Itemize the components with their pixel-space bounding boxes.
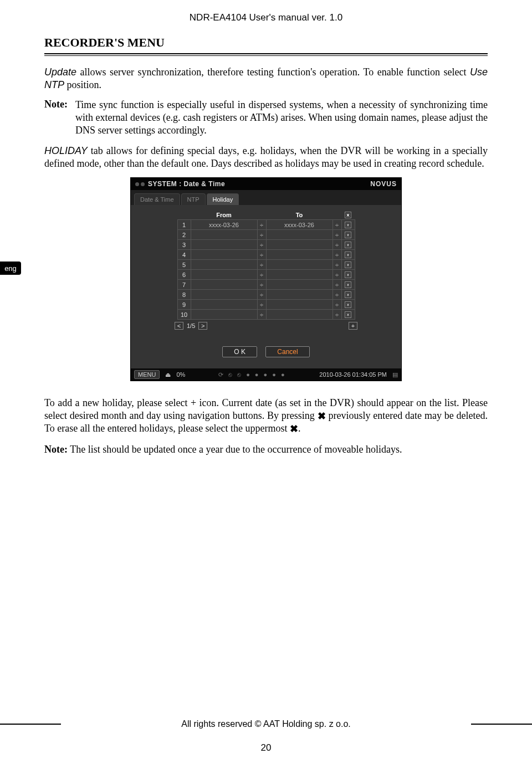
- from-cell[interactable]: [191, 300, 257, 310]
- dvr-title-text: SYSTEM : Date & Time: [148, 180, 367, 188]
- row-index: 5: [177, 260, 191, 270]
- to-cell[interactable]: [266, 250, 332, 260]
- add-holiday-button[interactable]: +: [349, 322, 357, 330]
- row-index: 1: [177, 220, 191, 230]
- dialog-buttons: O K Cancel: [136, 330, 396, 361]
- text: allows server synchronization, therefore…: [76, 66, 470, 78]
- from-cell[interactable]: [191, 250, 257, 260]
- note-body: The list should be updated once a year d…: [68, 444, 402, 455]
- tab-date-time[interactable]: Date & Time: [134, 193, 180, 205]
- brand-part: V: [381, 180, 386, 188]
- paragraph-update: Update allows server synchronization, th…: [44, 66, 488, 91]
- from-cell[interactable]: [191, 270, 257, 280]
- delete-row-button[interactable]: ×: [345, 262, 351, 268]
- to-cell[interactable]: [266, 270, 332, 280]
- text: tab allows for defining special days, e.…: [44, 145, 488, 169]
- delete-row-button[interactable]: ×: [345, 242, 351, 248]
- status-timestamp: 2010-03-26 01:34:05 PM: [319, 371, 387, 378]
- spinner-icon[interactable]: ÷: [257, 230, 266, 240]
- to-cell[interactable]: [266, 310, 332, 320]
- spinner-icon[interactable]: ÷: [332, 310, 341, 320]
- section-title: RECORDER'S MENU: [44, 35, 488, 50]
- from-cell[interactable]: [191, 230, 257, 240]
- spinner-icon[interactable]: ÷: [332, 290, 341, 300]
- spinner-icon[interactable]: ÷: [257, 250, 266, 260]
- percent-indicator: 0%: [176, 371, 185, 378]
- document-header: NDR-EA4104 User's manual ver. 1.0: [44, 0, 488, 33]
- spinner-icon[interactable]: ÷: [257, 260, 266, 270]
- row-index: 4: [177, 250, 191, 260]
- to-cell[interactable]: [266, 230, 332, 240]
- brand-part: NO: [370, 180, 381, 188]
- spinner-icon[interactable]: ÷: [257, 240, 266, 250]
- tab-ntp[interactable]: NTP: [181, 193, 206, 205]
- note-body: Time sync function is especially useful …: [75, 99, 488, 137]
- dvr-statusbar: MENU ⏏ 0% ⟳ ⎋ ⎋ ● ● ● ● ● 2010-03-26 01:…: [131, 368, 401, 381]
- spinner-icon[interactable]: ÷: [332, 280, 341, 290]
- to-cell[interactable]: [266, 290, 332, 300]
- page-indicator: 1/5: [187, 322, 195, 329]
- spinner-icon[interactable]: ÷: [257, 300, 266, 310]
- from-cell[interactable]: [191, 290, 257, 300]
- spinner-icon[interactable]: ÷: [332, 250, 341, 260]
- brand-logo: NOVUS: [370, 180, 397, 188]
- from-cell[interactable]: [191, 280, 257, 290]
- next-page-button[interactable]: >: [198, 322, 207, 330]
- delete-all-button[interactable]: ×: [345, 212, 351, 218]
- delete-row-button[interactable]: ×: [345, 311, 351, 318]
- row-index: 9: [177, 300, 191, 310]
- dvr-titlebar: SYSTEM : Date & Time NOVUS: [131, 178, 401, 190]
- spinner-icon[interactable]: ÷: [332, 230, 341, 240]
- row-index: 6: [177, 270, 191, 280]
- ok-button[interactable]: O K: [222, 346, 257, 357]
- spinner-icon[interactable]: ÷: [257, 290, 266, 300]
- delete-row-button[interactable]: ×: [345, 271, 351, 278]
- spinner-icon[interactable]: ÷: [332, 220, 341, 230]
- delete-row-button[interactable]: ×: [345, 291, 351, 298]
- dvr-dialog: SYSTEM : Date & Time NOVUS Date & Time N…: [130, 177, 402, 381]
- dvr-body: From To × 1xxxx-03-26÷xxxx-03-26÷× 2÷÷× …: [131, 205, 401, 368]
- row-index: 10: [177, 310, 191, 320]
- delete-row-button[interactable]: ×: [345, 232, 351, 238]
- disk-icon: ▤: [392, 371, 398, 378]
- menu-button[interactable]: MENU: [134, 370, 160, 379]
- spinner-icon[interactable]: ÷: [257, 270, 266, 280]
- spinner-icon[interactable]: ÷: [257, 310, 266, 320]
- to-cell[interactable]: [266, 260, 332, 270]
- note-label: Note:: [44, 444, 68, 455]
- from-cell[interactable]: xxxx-03-26: [191, 220, 257, 230]
- status-icons: ⟳ ⎋ ⎋ ● ● ● ● ●: [191, 371, 314, 378]
- eject-icon[interactable]: ⏏: [165, 371, 171, 378]
- term-update: Update: [44, 66, 76, 78]
- note-block-1: Note: Time sync function is especially u…: [44, 99, 488, 137]
- cancel-button[interactable]: Cancel: [265, 346, 309, 357]
- to-cell[interactable]: xxxx-03-26: [266, 220, 332, 230]
- note-block-2: Note: The list should be updated once a …: [44, 443, 488, 456]
- delete-row-button[interactable]: ×: [345, 222, 351, 228]
- delete-row-button[interactable]: ×: [345, 301, 351, 308]
- from-cell[interactable]: [191, 260, 257, 270]
- spinner-icon[interactable]: ÷: [257, 220, 266, 230]
- spinner-icon[interactable]: ÷: [332, 270, 341, 280]
- to-cell[interactable]: [266, 300, 332, 310]
- spinner-icon[interactable]: ÷: [257, 280, 266, 290]
- term-holiday: HOLIDAY: [44, 145, 88, 156]
- from-cell[interactable]: [191, 240, 257, 250]
- spinner-icon[interactable]: ÷: [332, 300, 341, 310]
- spinner-icon[interactable]: ÷: [332, 260, 341, 270]
- delete-row-button[interactable]: ×: [345, 252, 351, 258]
- text: .: [298, 423, 301, 434]
- cross-icon: ✖: [290, 423, 298, 435]
- row-index: 2: [177, 230, 191, 240]
- to-cell[interactable]: [266, 240, 332, 250]
- prev-page-button[interactable]: <: [175, 322, 183, 330]
- tab-holiday[interactable]: Holiday: [207, 193, 239, 205]
- delete-row-button[interactable]: ×: [345, 281, 351, 288]
- spinner-icon[interactable]: ÷: [332, 240, 341, 250]
- paragraph-holiday: HOLIDAY tab allows for defining special …: [44, 145, 488, 170]
- section-rule: [44, 53, 488, 56]
- row-index: 8: [177, 290, 191, 300]
- from-cell[interactable]: [191, 310, 257, 320]
- brand-part: US: [386, 180, 397, 188]
- to-cell[interactable]: [266, 280, 332, 290]
